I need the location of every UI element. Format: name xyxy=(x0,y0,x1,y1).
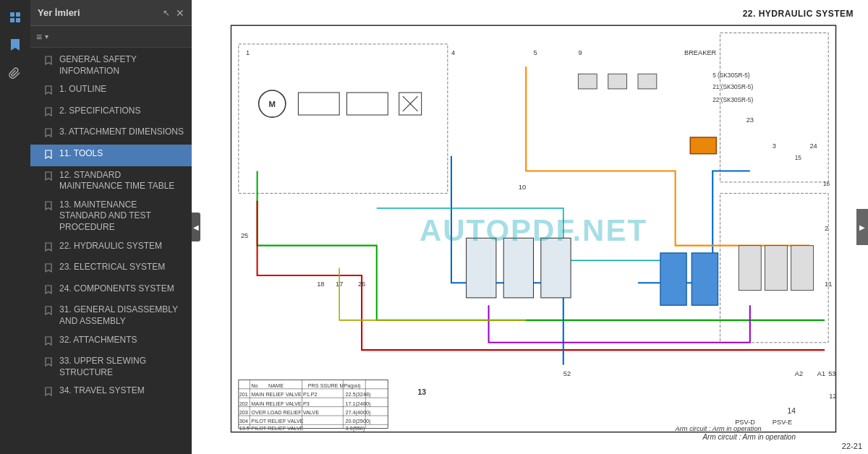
svg-text:52: 52 xyxy=(563,370,571,377)
bookmark-icon xyxy=(45,242,54,255)
svg-text:17.1(2480): 17.1(2480) xyxy=(345,401,370,407)
svg-text:OVER LOAD RELIEF VALVE: OVER LOAD RELIEF VALVE xyxy=(251,409,319,416)
svg-text:13: 13 xyxy=(418,388,427,396)
svg-rect-25 xyxy=(739,246,761,291)
svg-text:202: 202 xyxy=(239,401,248,407)
panel-title: Yer İmleri xyxy=(38,7,80,18)
svg-text:14: 14 xyxy=(787,407,796,415)
svg-rect-27 xyxy=(791,246,814,291)
svg-text:5 (SK30SR-5): 5 (SK30SR-5) xyxy=(712,72,750,79)
bookmark-item-attachments[interactable]: 32. ATTACHMENTS xyxy=(30,331,192,353)
panel-toolbar: ≡ ▾ xyxy=(30,26,192,48)
svg-text:M: M xyxy=(269,100,276,108)
svg-text:PILOT RELIEF VALVE: PILOT RELIEF VALVE xyxy=(251,425,303,432)
svg-rect-21 xyxy=(690,137,716,154)
svg-rect-2 xyxy=(10,18,14,22)
svg-text:53: 53 xyxy=(828,370,835,377)
svg-rect-19 xyxy=(660,253,686,305)
bookmark-label: 11. TOOLS xyxy=(59,148,184,160)
bookmark-icon xyxy=(45,201,54,214)
svg-rect-18 xyxy=(541,238,571,298)
bookmark-label: 24. COMPONENTS SYSTEM xyxy=(59,283,184,295)
svg-rect-26 xyxy=(765,246,787,291)
cursor-icon: ↖ xyxy=(163,8,170,18)
svg-text:A2: A2 xyxy=(795,370,803,377)
bookmark-item-general-disassembly[interactable]: 31. GENERAL DISASSEMBLY AND ASSEMBLY xyxy=(30,301,192,330)
hydraulic-diagram: M xyxy=(213,22,854,440)
svg-text:26: 26 xyxy=(358,280,365,288)
bookmarks-panel-icon[interactable] xyxy=(4,33,27,56)
svg-text:MAIN RELIEF VALVE P1.P2: MAIN RELIEF VALVE P1.P2 xyxy=(251,391,317,398)
bookmark-label: 32. ATTACHMENTS xyxy=(59,335,184,346)
main-content: 22. HYDRAULIC SYSTEM M xyxy=(192,0,868,454)
bookmark-icon xyxy=(45,85,54,98)
page-number: 22-21 xyxy=(842,442,862,450)
bookmark-icon xyxy=(45,306,54,319)
svg-text:20.0(2900): 20.0(2900) xyxy=(345,418,370,424)
pages-icon[interactable] xyxy=(4,6,27,29)
svg-text:21 (SK30SR-5): 21 (SK30SR-5) xyxy=(712,84,753,90)
bookmark-label: 13. MAINTENANCE STANDARD AND TEST PROCED… xyxy=(59,200,184,234)
bookmark-item-attachment-dimensions[interactable]: 3. ATTACHMENT DIMENSIONS xyxy=(30,123,192,145)
svg-text:3: 3 xyxy=(773,142,776,150)
svg-text:201: 201 xyxy=(239,391,248,398)
bookmark-item-outline[interactable]: 1. OUTLINE xyxy=(30,80,192,102)
svg-text:1: 1 xyxy=(246,49,250,56)
svg-text:11: 11 xyxy=(825,280,832,288)
diagram-container: M xyxy=(213,22,854,440)
bookmark-item-standard-maintenance[interactable]: 12. STANDARD MAINTENANCE TIME TABLE xyxy=(30,166,192,196)
bookmarks-list: GENERAL SAFETY INFORMATION1. OUTLINE2. S… xyxy=(30,48,192,454)
svg-text:MAIN RELIEF VALVE P3: MAIN RELIEF VALVE P3 xyxy=(251,401,309,407)
collapse-arrow-icon: ◀ xyxy=(193,223,199,231)
svg-text:17: 17 xyxy=(336,280,343,288)
svg-text:PSV-E: PSV-E xyxy=(773,419,792,426)
bookmark-label: 23. ELECTRICAL SYSTEM xyxy=(59,262,184,273)
svg-text:203: 203 xyxy=(239,409,248,416)
svg-text:22 (SK30SR-5): 22 (SK30SR-5) xyxy=(712,97,753,103)
svg-text:24: 24 xyxy=(809,142,817,150)
svg-text:23: 23 xyxy=(746,116,754,124)
svg-text:15: 15 xyxy=(795,155,802,161)
bookmark-item-electrical-system[interactable]: 23. ELECTRICAL SYSTEM xyxy=(30,258,192,280)
toolbar-menu-icon[interactable]: ≡ xyxy=(36,31,42,43)
bookmark-label: 1. OUTLINE xyxy=(59,84,184,95)
attachments-panel-icon[interactable] xyxy=(4,61,27,84)
bookmark-icon xyxy=(45,56,54,69)
scroll-handle[interactable]: ▶ xyxy=(856,209,868,245)
collapse-panel-handle[interactable]: ◀ xyxy=(192,213,200,241)
bookmark-label: 3. ATTACHMENT DIMENSIONS xyxy=(59,127,184,138)
svg-text:BREAKER: BREAKER xyxy=(684,49,717,56)
bookmark-label: 22. HYDRAULIC SYSTEM xyxy=(59,241,184,252)
bookmark-label: 12. STANDARD MAINTENANCE TIME TABLE xyxy=(59,170,184,192)
svg-text:12: 12 xyxy=(829,393,836,400)
left-icon-bar xyxy=(0,0,30,454)
svg-text:PRS SSURE MPa(psi): PRS SSURE MPa(psi) xyxy=(308,382,361,389)
bookmark-item-tools[interactable]: 11. TOOLS xyxy=(30,145,192,166)
bookmark-item-components-system[interactable]: 24. COMPONENTS SYSTEM xyxy=(30,280,192,301)
svg-text:304: 304 xyxy=(239,418,248,424)
svg-rect-22 xyxy=(578,74,597,89)
bookmark-icon xyxy=(45,263,54,276)
bookmark-item-hydraulic-system[interactable]: 22. HYDRAULIC SYSTEM xyxy=(30,237,192,259)
bookmark-item-upper-slewing[interactable]: 33. UPPER SLEWING STRUCTURE xyxy=(30,352,192,382)
svg-text:PILOT RELIEF VALVE: PILOT RELIEF VALVE xyxy=(251,418,303,424)
svg-text:No: No xyxy=(251,382,258,389)
svg-text:NAME: NAME xyxy=(268,382,284,389)
bookmark-icon xyxy=(45,387,54,400)
svg-text:Arm circuit : Arm in operation: Arm circuit : Arm in operation xyxy=(675,425,762,432)
bookmark-label: 2. SPECIFICATIONS xyxy=(59,106,184,117)
svg-text:22.5(3248): 22.5(3248) xyxy=(345,391,370,398)
bookmark-item-travel-system[interactable]: 34. TRAVEL SYSTEM xyxy=(30,382,192,403)
panel-close-button[interactable]: ✕ xyxy=(176,7,184,19)
panel-header: Yer İmleri ↖ ✕ xyxy=(30,0,192,26)
svg-rect-1 xyxy=(16,12,20,17)
bookmark-icon xyxy=(45,107,54,120)
svg-text:5: 5 xyxy=(534,49,537,56)
bookmark-item-general-safety[interactable]: GENERAL SAFETY INFORMATION xyxy=(30,51,192,80)
bookmark-item-specifications[interactable]: 2. SPECIFICATIONS xyxy=(30,102,192,124)
page-view: 22. HYDRAULIC SYSTEM M xyxy=(192,0,868,454)
bookmark-label: 31. GENERAL DISASSEMBLY AND ASSEMBLY xyxy=(59,304,184,327)
bookmark-icon xyxy=(45,285,54,298)
toolbar-dropdown-icon[interactable]: ▾ xyxy=(45,33,48,40)
bookmark-item-maintenance-standard[interactable]: 13. MAINTENANCE STANDARD AND TEST PROCED… xyxy=(30,196,192,237)
